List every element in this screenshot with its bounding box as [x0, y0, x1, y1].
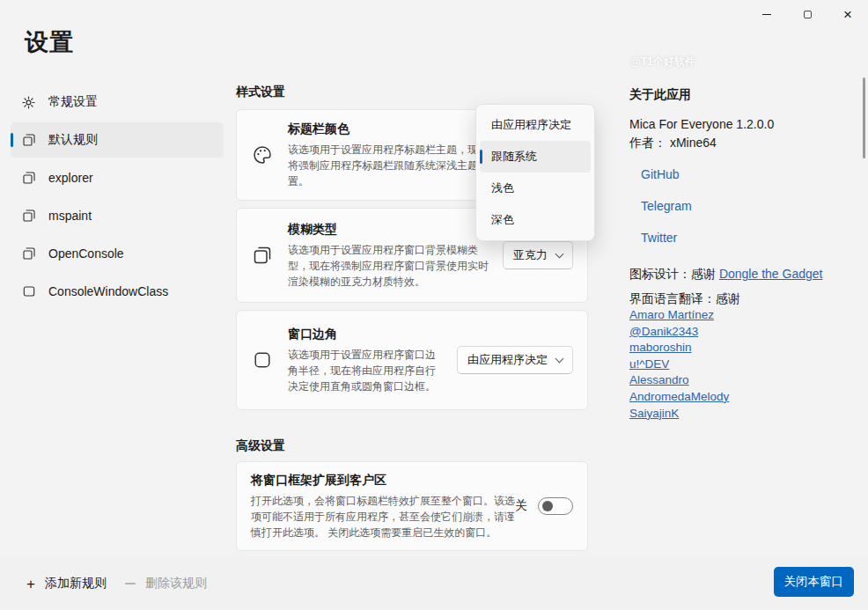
maximize-icon	[804, 11, 812, 18]
close-window-button[interactable]: 关闭本窗口	[774, 567, 855, 597]
menu-option-follow-system[interactable]: 跟随系统	[480, 141, 591, 173]
app-window-icon	[21, 246, 36, 261]
card-description: 该选项用于设置应用程序窗口背景模糊类型，现在将强制应用程序窗口背景使用实时渲染模…	[288, 242, 492, 290]
sidebar-item-label: mspaint	[48, 209, 92, 223]
card-title: 模糊类型	[288, 222, 503, 238]
about-panel: 关于此应用 Mica For Everyone 1.2.0.0 作者： xMin…	[629, 87, 857, 422]
icon-design-prefix: 图标设计：感谢	[629, 267, 719, 281]
corner-icon	[237, 350, 288, 370]
sidebar: 常规设置 默认规则 explorer mspaint	[11, 85, 224, 312]
extend-frame-toggle[interactable]	[538, 497, 573, 515]
blur-type-dropdown[interactable]: 亚克力	[503, 241, 573, 269]
selection-pill	[480, 150, 482, 164]
app-name-version: Mica For Everyone 1.2.0.0	[629, 115, 857, 134]
translator-link[interactable]: SaiyajinK	[629, 406, 679, 423]
card-description: 打开此选项，会将窗口标题栏特效扩展至整个窗口。该选项可能不适用于所有应用程序，甚…	[251, 493, 515, 540]
window-corner-dropdown[interactable]: 由应用程序决定	[457, 346, 573, 374]
close-button[interactable]: ×	[828, 0, 868, 29]
chevron-down-icon	[555, 250, 564, 259]
delete-rule-button[interactable]: 删除该规则	[125, 576, 207, 592]
translator-link[interactable]: AndromedaMelody	[629, 389, 729, 406]
telegram-link[interactable]: Telegram	[641, 197, 692, 216]
page-title: 设置	[25, 26, 74, 58]
menu-option-light[interactable]: 浅色	[480, 173, 591, 204]
sidebar-item-label: 常规设置	[48, 94, 98, 110]
close-icon: ×	[843, 7, 852, 22]
watermark: @T1个好软件	[630, 55, 695, 70]
translator-links: Amaro Martínez @Danik2343 maboroshin u!^…	[629, 307, 857, 422]
menu-option-dark[interactable]: 深色	[480, 204, 591, 236]
extend-frame-card: 将窗口框架扩展到客户区 打开此选项，会将窗口标题栏特效扩展至整个窗口。该选项可能…	[236, 461, 588, 551]
app-window-icon	[21, 171, 36, 186]
card-title: 窗口边角	[288, 327, 457, 342]
minus-icon	[125, 583, 136, 584]
footer-bar: + 添加新规则 删除该规则 关闭本窗口	[0, 556, 868, 610]
rule-window-icon	[21, 133, 36, 148]
sidebar-item-label: ConsoleWindowClass	[48, 284, 168, 298]
translation-credit-label: 界面语言翻译：感谢	[629, 290, 857, 307]
sidebar-item-openconsole[interactable]: OpenConsole	[11, 236, 224, 271]
card-description: 该选项用于设置应用程序窗口边角半径，现在将由应用程序自行决定使用直角或圆角窗口边…	[288, 347, 443, 394]
toggle-knob	[542, 501, 553, 511]
gear-icon	[21, 95, 36, 110]
about-title: 关于此应用	[629, 87, 857, 103]
card-description: 该选项用于设置应用程序标题栏主题，现在将强制应用程序标题栏跟随系统深浅主题设置。	[288, 142, 492, 189]
translator-link[interactable]: maboroshin	[629, 340, 692, 356]
palette-icon	[237, 144, 288, 165]
sidebar-item-mspaint[interactable]: mspaint	[11, 198, 224, 233]
card-title: 将窗口框架扩展到客户区	[251, 473, 515, 489]
dropdown-value: 亚克力	[513, 247, 548, 263]
dongle-the-gadget-link[interactable]: Dongle the Gadget	[719, 267, 823, 281]
sidebar-item-explorer[interactable]: explorer	[11, 160, 224, 195]
translator-link[interactable]: Amaro Martínez	[629, 307, 714, 324]
menu-option-label: 跟随系统	[491, 149, 537, 165]
sidebar-item-general-settings[interactable]: 常规设置	[11, 85, 224, 120]
delete-rule-label: 删除该规则	[145, 576, 207, 592]
minimize-button[interactable]	[747, 0, 787, 29]
sidebar-item-label: 默认规则	[48, 132, 98, 148]
sidebar-item-label: explorer	[48, 171, 93, 185]
author-line: 作者： xMine64	[629, 134, 857, 152]
icon-design-credit: 图标设计：感谢 Dongle the Gadget	[629, 266, 857, 283]
window-corner-card: 窗口边角 该选项用于设置应用程序窗口边角半径，现在将由应用程序自行决定使用直角或…	[236, 310, 588, 410]
sidebar-item-default-rules[interactable]: 默认规则	[11, 122, 224, 158]
translator-link[interactable]: @Danik2343	[629, 324, 698, 341]
scrollbar-thumb[interactable]	[863, 77, 865, 158]
menu-option-label: 深色	[491, 212, 514, 228]
app-window-icon	[21, 209, 36, 224]
menu-option-label: 浅色	[491, 180, 514, 196]
selection-pill	[11, 133, 13, 147]
console-window-icon	[21, 284, 36, 299]
window-controls: ×	[747, 0, 868, 29]
add-rule-button[interactable]: + 添加新规则	[26, 576, 107, 592]
menu-option-app-decides[interactable]: 由应用程序决定	[480, 109, 591, 141]
translator-link[interactable]: Alessandro	[629, 372, 689, 389]
chevron-down-icon	[555, 355, 564, 364]
toggle-state-label: 关	[515, 498, 527, 514]
plus-icon: +	[26, 577, 35, 592]
minimize-icon	[762, 14, 771, 15]
dropdown-value: 由应用程序决定	[467, 352, 548, 368]
github-link[interactable]: GitHub	[641, 165, 680, 184]
titlebar-color-open-menu: 由应用程序决定 跟随系统 浅色 深色	[475, 104, 595, 241]
sidebar-item-label: OpenConsole	[48, 246, 124, 261]
menu-option-label: 由应用程序决定	[491, 117, 571, 133]
sidebar-item-consolewindowclass[interactable]: ConsoleWindowClass	[11, 274, 224, 309]
blur-icon	[237, 245, 288, 266]
maximize-button[interactable]	[787, 0, 828, 29]
translator-link[interactable]: u!^DEV	[629, 356, 669, 373]
add-rule-label: 添加新规则	[45, 576, 107, 592]
section-title-advanced: 高级设置	[236, 438, 588, 454]
twitter-link[interactable]: Twitter	[641, 229, 677, 247]
section-title-style: 样式设置	[236, 85, 588, 100]
